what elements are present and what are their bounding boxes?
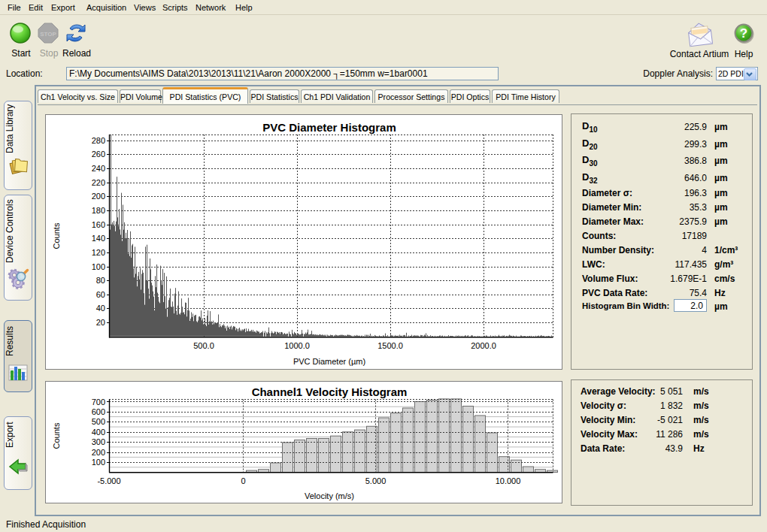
svg-text:PVC Diameter Histogram: PVC Diameter Histogram	[262, 121, 396, 134]
svg-text:260: 260	[92, 150, 105, 159]
svg-text:600: 600	[92, 407, 105, 416]
svg-text:Counts: Counts	[52, 222, 61, 249]
svg-text:240: 240	[92, 164, 105, 173]
svg-text:1500.0: 1500.0	[377, 341, 403, 350]
svg-text:10.000: 10.000	[496, 476, 521, 485]
svg-text:700: 700	[92, 397, 105, 407]
svg-text:120: 120	[92, 248, 105, 257]
svg-text:160: 160	[92, 220, 105, 229]
svg-text:1000.0: 1000.0	[284, 341, 310, 350]
svg-text:Channel1 Velocity Histogram: Channel1 Velocity Histogram	[252, 385, 408, 398]
svg-text:220: 220	[92, 178, 105, 187]
svg-text:40: 40	[96, 304, 105, 313]
svg-text:100: 100	[92, 458, 105, 467]
svg-text:20: 20	[96, 318, 105, 327]
svg-text:Counts: Counts	[52, 422, 61, 449]
svg-text:?: ?	[740, 26, 747, 41]
svg-text:280: 280	[92, 136, 105, 145]
svg-text:100: 100	[92, 262, 105, 271]
svg-text:300: 300	[92, 437, 105, 446]
svg-text:2000.0: 2000.0	[471, 341, 496, 350]
svg-text:200: 200	[92, 192, 105, 201]
svg-text:Velocity (m/s): Velocity (m/s)	[305, 491, 354, 500]
svg-text:140: 140	[92, 234, 105, 243]
svg-text:60: 60	[96, 290, 105, 299]
svg-text:200: 200	[92, 448, 105, 457]
svg-text:-5.000: -5.000	[97, 476, 120, 485]
svg-text:PVC Diameter (µm): PVC Diameter (µm)	[293, 357, 365, 366]
svg-text:400: 400	[92, 428, 105, 437]
svg-text:STOP: STOP	[40, 31, 56, 38]
svg-text:5.000: 5.000	[365, 476, 387, 485]
svg-text:80: 80	[96, 276, 105, 285]
svg-text:500: 500	[92, 417, 105, 426]
svg-text:0: 0	[241, 476, 245, 485]
svg-text:180: 180	[92, 206, 105, 215]
svg-text:500.0: 500.0	[193, 341, 214, 350]
